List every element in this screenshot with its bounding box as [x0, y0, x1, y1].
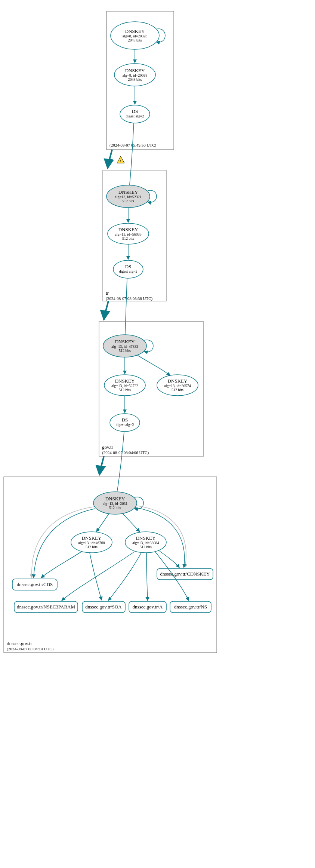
- svg-text:digest alg=2: digest alg=2: [119, 269, 137, 273]
- svg-text:DNSKEY: DNSKEY: [125, 28, 145, 34]
- svg-text:alg=8, id=20326: alg=8, id=20326: [123, 34, 147, 38]
- svg-text:512 bits: 512 bits: [172, 388, 183, 392]
- rr-a: dnssec.gov.tr/A: [129, 601, 166, 613]
- node-root-ksk: DNSKEY alg=8, id=20326 2048 bits: [111, 22, 159, 49]
- edge-zsk2-a: [146, 553, 148, 601]
- svg-text:alg=13, id=52321: alg=13, id=52321: [115, 195, 141, 199]
- node-dnssec-zsk1: DNSKEY alg=13, id=46760 512 bits: [71, 532, 112, 553]
- svg-text:512 bits: 512 bits: [122, 199, 134, 203]
- edge-gov-ds-dnssec-ksk: [116, 432, 124, 499]
- svg-text:alg=13, id=2631: alg=13, id=2631: [103, 502, 127, 506]
- svg-text:alg=13, id=47333: alg=13, id=47333: [111, 344, 138, 349]
- node-tr-zsk: DNSKEY alg=13, id=56035 512 bits: [108, 223, 149, 244]
- zone-govtr-label: gov.tr: [102, 444, 114, 450]
- svg-text:512 bits: 512 bits: [119, 349, 131, 353]
- zone-dnssec-label: dnssec.gov.tr: [7, 641, 32, 646]
- zone-dnssec-timestamp: (2024-08-07 08:04:14 UTC): [7, 647, 54, 651]
- zone-root-label: .: [109, 137, 111, 142]
- node-gov-ksk: DNSKEY alg=13, id=47333 512 bits: [103, 335, 146, 357]
- zone-root: . (2024-08-07 05:49:50 UTC) DNSKEY alg=8…: [106, 11, 174, 150]
- node-root-ds: DS digest alg=2: [120, 105, 150, 123]
- rr-ns: dnssec.gov.tr/NS: [170, 601, 211, 613]
- edge-deleg-tr-gov-thick: [104, 301, 108, 320]
- zone-govtr-timestamp: (2024-08-07 08:04:06 UTC): [102, 450, 149, 455]
- zone-tr-timestamp: (2024-08-07 08:03:38 UTC): [106, 296, 153, 301]
- svg-text:DNSKEY: DNSKEY: [118, 227, 138, 232]
- svg-text:dnssec.gov.tr/SOA: dnssec.gov.tr/SOA: [85, 604, 122, 610]
- edge-dnssec-ksk-zsk1: [96, 513, 109, 532]
- svg-text:512 bits: 512 bits: [119, 388, 131, 392]
- warning-icon: !: [117, 156, 124, 163]
- svg-text:digest alg=2: digest alg=2: [115, 423, 134, 427]
- node-gov-zsk: DNSKEY alg=13, id=52722 512 bits: [104, 375, 145, 396]
- svg-text:512 bits: 512 bits: [86, 545, 98, 549]
- node-gov-ds: DS digest alg=2: [110, 414, 140, 432]
- svg-text:DNSKEY: DNSKEY: [115, 339, 135, 344]
- node-dnssec-zsk2: DNSKEY alg=13, id=38084 512 bits: [125, 532, 166, 553]
- svg-text:alg=13, id=46760: alg=13, id=46760: [78, 541, 105, 545]
- dnssec-chain-diagram: . (2024-08-07 05:49:50 UTC) DNSKEY alg=8…: [0, 0, 315, 868]
- svg-text:dnssec.gov.tr/CDS: dnssec.gov.tr/CDS: [17, 582, 53, 587]
- svg-text:alg=13, id=56035: alg=13, id=56035: [115, 232, 141, 236]
- edge-zsk1-cds: [41, 552, 81, 578]
- edge-gov-ksk-zsk2: [138, 355, 170, 376]
- rr-nsec3param: dnssec.gov.tr/NSEC3PARAM: [14, 601, 78, 613]
- svg-text:dnssec.gov.tr/NS: dnssec.gov.tr/NS: [174, 604, 207, 610]
- node-tr-ksk: DNSKEY alg=13, id=52321 512 bits: [106, 185, 150, 208]
- svg-text:digest alg=2: digest alg=2: [126, 114, 144, 118]
- svg-text:2048 bits: 2048 bits: [128, 77, 142, 82]
- rr-cdnskey: dnssec.gov.tr/CDNSKEY: [157, 568, 213, 580]
- node-tr-ds: DS digest alg=2: [113, 260, 143, 278]
- svg-text:DNSKEY: DNSKEY: [168, 378, 188, 384]
- svg-text:512 bits: 512 bits: [140, 545, 152, 549]
- rr-soa: dnssec.gov.tr/SOA: [82, 601, 125, 613]
- svg-text:alg=8, id=20038: alg=8, id=20038: [123, 73, 147, 77]
- svg-text:!: !: [120, 159, 121, 163]
- svg-text:DS: DS: [122, 417, 128, 423]
- edge-zsk2-nsec3param: [62, 552, 135, 601]
- svg-text:alg=13, id=38084: alg=13, id=38084: [132, 541, 159, 545]
- svg-text:DS: DS: [125, 264, 132, 269]
- edge-deleg-root-tr-thick: [108, 150, 112, 168]
- edge-zsk2-soa: [108, 553, 141, 601]
- svg-text:dnssec.gov.tr/A: dnssec.gov.tr/A: [133, 604, 163, 610]
- edge-zsk1-soa: [90, 553, 102, 600]
- rr-cds: dnssec.gov.tr/CDS: [12, 579, 57, 590]
- svg-text:512 bits: 512 bits: [122, 236, 134, 240]
- svg-text:DNSKEY: DNSKEY: [105, 496, 125, 502]
- svg-text:DS: DS: [132, 108, 138, 114]
- zone-dnssec: dnssec.gov.tr (2024-08-07 08:04:14 UTC) …: [4, 477, 217, 653]
- svg-text:DNSKEY: DNSKEY: [136, 535, 156, 541]
- svg-text:dnssec.gov.tr/CDNSKEY: dnssec.gov.tr/CDNSKEY: [160, 571, 210, 577]
- zone-govtr: gov.tr (2024-08-07 08:04:06 UTC) DNSKEY …: [99, 322, 204, 456]
- zone-tr: tr (2024-08-07 08:03:38 UTC) DNSKEY alg=…: [103, 170, 166, 301]
- edge-dnssec-ksk-zsk2: [123, 513, 140, 532]
- svg-text:512 bits: 512 bits: [109, 506, 121, 510]
- edge-deleg-gov-dnssec-thick: [99, 456, 104, 475]
- svg-text:dnssec.gov.tr/NSEC3PARAM: dnssec.gov.tr/NSEC3PARAM: [17, 604, 75, 610]
- node-gov-zsk2: DNSKEY alg=13, id=30574 512 bits: [157, 375, 198, 396]
- svg-text:2048 bits: 2048 bits: [128, 38, 142, 42]
- node-dnssec-ksk: DNSKEY alg=13, id=2631 512 bits: [93, 492, 137, 514]
- edge-tr-ds-gov-ksk: [125, 278, 127, 343]
- zone-tr-label: tr: [106, 290, 109, 296]
- svg-text:DNSKEY: DNSKEY: [115, 378, 135, 384]
- svg-text:DNSKEY: DNSKEY: [125, 68, 145, 73]
- svg-text:alg=13, id=52722: alg=13, id=52722: [111, 384, 138, 388]
- svg-text:DNSKEY: DNSKEY: [82, 535, 102, 541]
- node-root-zsk: DNSKEY alg=8, id=20038 2048 bits: [114, 64, 155, 86]
- svg-text:alg=13, id=30574: alg=13, id=30574: [164, 384, 191, 388]
- svg-text:DNSKEY: DNSKEY: [118, 189, 138, 195]
- edge-root-ds-tr-ksk: [129, 123, 134, 194]
